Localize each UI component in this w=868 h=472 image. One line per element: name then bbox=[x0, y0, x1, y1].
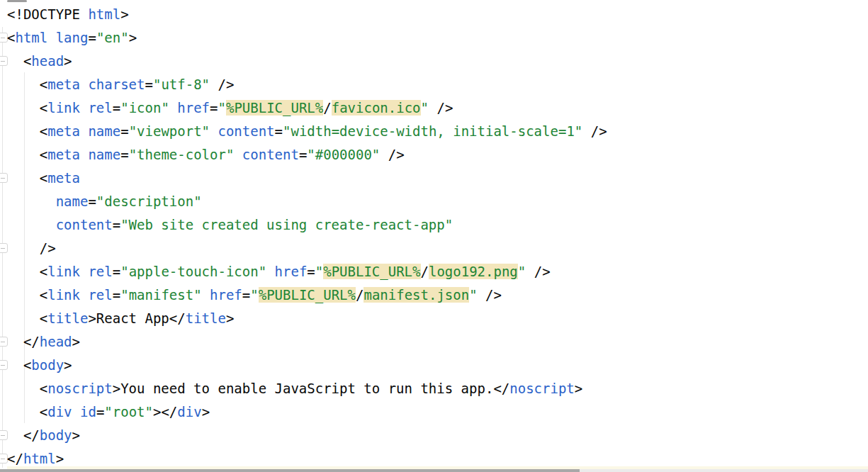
code-token: = bbox=[113, 217, 120, 232]
code-token: = bbox=[120, 123, 128, 139]
code-token: /> bbox=[380, 147, 404, 162]
code-token: <!DOCTYPE bbox=[7, 6, 88, 22]
code-line[interactable]: content="Web site created using create-r… bbox=[7, 213, 607, 237]
code-token: meta bbox=[47, 170, 80, 186]
code-token bbox=[72, 404, 80, 420]
code-token: "apple-touch-icon" bbox=[120, 264, 266, 279]
code-line[interactable]: <link rel="icon" href="%PUBLIC_URL%/favi… bbox=[7, 96, 607, 120]
code-line[interactable]: <html lang="en"> bbox=[7, 26, 607, 50]
code-token: > bbox=[202, 404, 210, 420]
code-token: = bbox=[88, 193, 96, 209]
code-token: title bbox=[47, 310, 88, 326]
code-token: "Web site created using create-react-app… bbox=[120, 217, 453, 232]
code-token: charset bbox=[88, 77, 145, 92]
code-token: noscript bbox=[509, 381, 575, 396]
code-token: / bbox=[356, 287, 363, 303]
code-token: /> bbox=[210, 77, 234, 92]
code-token: lang bbox=[56, 30, 89, 45]
code-token: "#000000" bbox=[307, 147, 380, 162]
code-text-area[interactable]: <!DOCTYPE html><html lang="en"> <head> <… bbox=[0, 3, 607, 471]
code-token: rel bbox=[88, 264, 112, 279]
code-line[interactable]: </head> bbox=[7, 330, 607, 354]
code-token: < bbox=[7, 147, 47, 162]
code-line[interactable]: <noscript>You need to enable JavaScript … bbox=[7, 377, 607, 400]
code-token: < bbox=[7, 77, 47, 92]
code-line[interactable]: <body> bbox=[7, 354, 607, 377]
code-token bbox=[169, 100, 177, 116]
code-token: < bbox=[7, 53, 31, 69]
code-token: meta bbox=[47, 147, 80, 162]
code-token: > bbox=[72, 334, 80, 349]
code-token: noscript bbox=[47, 381, 113, 396]
code-line[interactable]: <!DOCTYPE html> bbox=[7, 3, 607, 26]
code-line[interactable]: <meta bbox=[7, 167, 607, 190]
code-line[interactable]: /> bbox=[7, 237, 607, 260]
code-line[interactable]: <title>React App</title> bbox=[7, 307, 607, 330]
code-token: > bbox=[575, 381, 582, 396]
code-token: title bbox=[186, 310, 226, 326]
code-token: content bbox=[56, 217, 113, 232]
code-token: </ bbox=[169, 310, 186, 326]
code-token: > bbox=[113, 381, 120, 396]
code-token: </ bbox=[7, 427, 40, 443]
code-token: / bbox=[323, 100, 331, 116]
code-token: > bbox=[153, 404, 161, 420]
code-line[interactable]: <meta name="viewport" content="width=dev… bbox=[7, 120, 607, 143]
code-token: div bbox=[177, 404, 201, 420]
code-token: " bbox=[315, 264, 323, 279]
code-line[interactable]: name="description" bbox=[7, 190, 607, 213]
code-line[interactable]: <link rel="manifest" href="%PUBLIC_URL%/… bbox=[7, 283, 607, 307]
code-token: logo192.png bbox=[429, 264, 518, 279]
code-token: manifest.json bbox=[363, 287, 469, 303]
code-token: = bbox=[299, 147, 307, 162]
code-token: %PUBLIC_URL% bbox=[226, 100, 323, 116]
code-line[interactable]: <div id="root"></div> bbox=[7, 400, 607, 424]
code-token: link bbox=[47, 287, 80, 303]
code-token: %PUBLIC_URL% bbox=[323, 264, 420, 279]
code-token: " bbox=[518, 264, 526, 279]
code-token: React App bbox=[96, 310, 169, 326]
code-token: < bbox=[7, 357, 31, 373]
code-token: "root" bbox=[104, 404, 153, 420]
scrollbar-thumb-top[interactable] bbox=[7, 0, 27, 2]
code-token: body bbox=[40, 427, 72, 443]
code-token: </ bbox=[7, 451, 23, 466]
horizontal-scrollbar[interactable] bbox=[0, 469, 868, 472]
code-token: html bbox=[15, 30, 47, 45]
code-token: content bbox=[218, 123, 274, 139]
code-line[interactable]: </body> bbox=[7, 424, 607, 447]
code-token: div bbox=[47, 404, 72, 420]
code-token: head bbox=[40, 334, 72, 349]
code-token: < bbox=[7, 287, 47, 303]
code-token bbox=[80, 264, 88, 279]
code-token: = bbox=[88, 30, 96, 45]
code-line[interactable]: <meta charset="utf-8" /> bbox=[7, 73, 607, 96]
code-line[interactable]: <head> bbox=[7, 50, 607, 73]
code-token: /> bbox=[526, 264, 550, 279]
code-token: name bbox=[56, 193, 89, 209]
code-token: "viewport" bbox=[129, 123, 210, 139]
code-token: "manifest" bbox=[120, 287, 201, 303]
code-token: "theme-color" bbox=[129, 147, 235, 162]
code-token: body bbox=[31, 357, 64, 373]
code-token bbox=[210, 123, 218, 139]
code-token: > bbox=[56, 451, 64, 466]
code-token: > bbox=[226, 310, 234, 326]
code-token: rel bbox=[88, 287, 112, 303]
code-token: = bbox=[210, 100, 218, 116]
code-token bbox=[7, 217, 56, 232]
code-line[interactable]: <meta name="theme-color" content="#00000… bbox=[7, 143, 607, 167]
code-token: "width=device-width, initial-scale=1" bbox=[283, 123, 582, 139]
code-token: > bbox=[64, 357, 72, 373]
code-token bbox=[266, 264, 274, 279]
scrollbar-thumb[interactable] bbox=[0, 469, 580, 472]
code-editor[interactable]: <!DOCTYPE html><html lang="en"> <head> <… bbox=[0, 0, 868, 472]
code-token: href bbox=[177, 100, 210, 116]
code-token: link bbox=[47, 100, 80, 116]
code-line[interactable]: <link rel="apple-touch-icon" href="%PUBL… bbox=[7, 260, 607, 283]
code-token: meta bbox=[47, 123, 80, 139]
code-token bbox=[234, 147, 242, 162]
code-token: > bbox=[64, 53, 72, 69]
code-token bbox=[80, 77, 88, 92]
code-token: /> bbox=[7, 240, 56, 256]
